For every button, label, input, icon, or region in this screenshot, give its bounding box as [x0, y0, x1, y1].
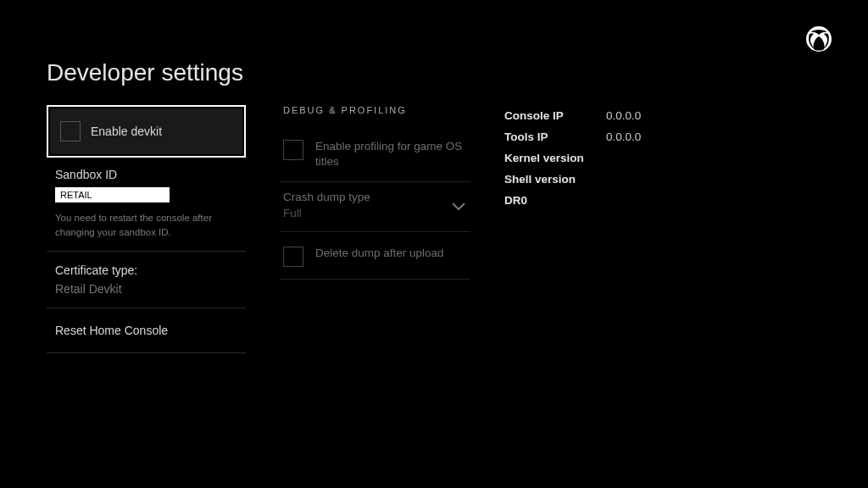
divider [280, 279, 470, 280]
info-key: Shell version [504, 173, 606, 186]
certificate-block: Certificate type: Retail Devkit [47, 252, 246, 308]
info-row-tools-ip: Tools IP 0.0.0.0 [504, 126, 742, 147]
certificate-type-value: Retail Devkit [55, 282, 237, 296]
crash-dump-type-select[interactable]: Crash dump type Full [280, 182, 470, 231]
enable-profiling-label: Enable profiling for game OS titles [315, 139, 467, 169]
debug-section-heading: DEBUG & PROFILING [283, 105, 470, 115]
sandbox-id-input[interactable] [55, 187, 170, 202]
info-value: 0.0.0.0 [606, 109, 641, 122]
xbox-logo-icon [805, 25, 832, 53]
page-title: Developer settings [47, 59, 821, 86]
crash-dump-label: Crash dump type [283, 191, 467, 203]
info-key: Console IP [504, 109, 606, 122]
chevron-down-icon [452, 199, 465, 208]
delete-dump-label: Delete dump after upload [315, 246, 444, 261]
info-column: Console IP 0.0.0.0 Tools IP 0.0.0.0 Kern… [504, 105, 742, 211]
info-row-dr0: DR0 [504, 190, 742, 211]
delete-dump-row[interactable]: Delete dump after upload [280, 232, 470, 279]
info-value: 0.0.0.0 [606, 130, 641, 143]
sandbox-helper-text: You need to restart the console after ch… [55, 211, 237, 239]
certificate-type-label: Certificate type: [55, 263, 237, 277]
enable-profiling-row[interactable]: Enable profiling for game OS titles [280, 132, 470, 181]
enable-devkit-row[interactable]: Enable devkit [47, 105, 246, 158]
divider [47, 352, 246, 353]
enable-devkit-label: Enable devkit [91, 125, 162, 138]
crash-dump-value: Full [283, 207, 467, 219]
info-row-console-ip: Console IP 0.0.0.0 [504, 105, 742, 126]
delete-dump-checkbox[interactable] [283, 247, 303, 267]
info-row-shell-version: Shell version [504, 169, 742, 190]
left-column: Enable devkit Sandbox ID You need to res… [47, 105, 246, 353]
debug-column: DEBUG & PROFILING Enable profiling for g… [280, 105, 470, 280]
sandbox-id-heading: Sandbox ID [55, 168, 246, 181]
info-key: Kernel version [504, 152, 606, 164]
info-key: Tools IP [504, 130, 606, 143]
info-row-kernel-version: Kernel version [504, 147, 742, 169]
reset-home-console-button[interactable]: Reset Home Console [47, 308, 246, 352]
info-key: DR0 [504, 194, 606, 207]
enable-profiling-checkbox[interactable] [283, 140, 303, 160]
enable-devkit-checkbox[interactable] [60, 121, 81, 141]
